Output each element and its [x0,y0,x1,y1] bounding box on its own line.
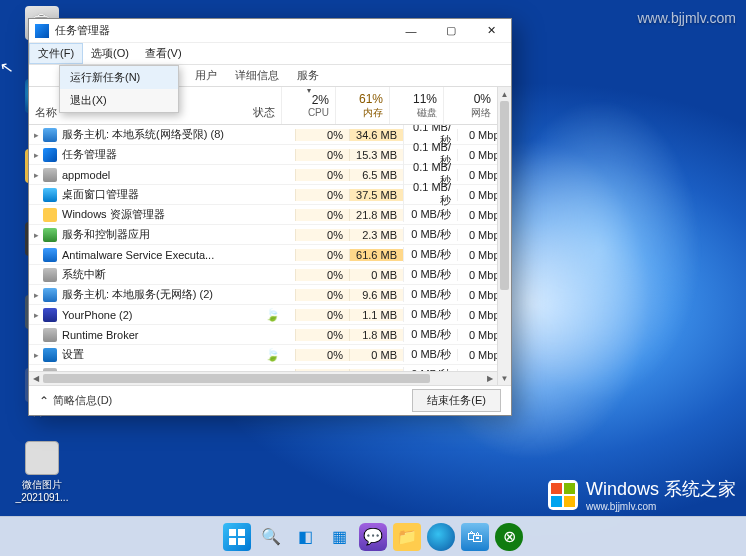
menu-options[interactable]: 选项(O) [83,43,137,64]
expand-toggle[interactable]: ▸ [29,170,43,180]
process-icon [43,328,57,342]
task-view-button[interactable]: ◧ [291,523,319,551]
scroll-up-arrow[interactable]: ▲ [498,87,511,101]
process-icon [43,168,57,182]
cpu-cell: 0% [295,209,349,221]
menubar: 文件(F) 选项(O) 查看(V) [29,43,511,65]
tab-services[interactable]: 服务 [291,65,325,86]
process-row[interactable]: Windows 资源管理器0%21.8 MB0 MB/秒0 Mbps [29,205,511,225]
menu-exit[interactable]: 退出(X) [60,89,178,112]
start-button[interactable] [223,523,251,551]
edge-button[interactable] [427,523,455,551]
expand-toggle[interactable]: ▸ [29,310,43,320]
memory-cell: 34.6 MB [349,129,403,141]
col-memory[interactable]: 61% 内存 [335,87,389,124]
screenshot-file-icon[interactable]: 微信图片_2021091... [12,441,72,503]
process-name: Windows 资源管理器 [43,207,249,222]
disk-cell: 0 MB/秒 [403,267,457,282]
menu-file[interactable]: 文件(F) [29,43,83,64]
expand-toggle[interactable]: ▸ [29,130,43,140]
menu-view[interactable]: 查看(V) [137,43,190,64]
cpu-cell: 0% [295,129,349,141]
task-manager-window: 任务管理器 — ▢ ✕ 文件(F) 选项(O) 查看(V) 启动 用户 详细信息… [28,18,512,416]
titlebar[interactable]: 任务管理器 — ▢ ✕ [29,19,511,43]
disk-cell: 0 MB/秒 [403,247,457,262]
mem-label: 内存 [363,106,383,120]
store-button[interactable]: 🛍 [461,523,489,551]
cpu-cell: 0% [295,149,349,161]
maximize-button[interactable]: ▢ [431,19,471,43]
col-status[interactable]: 状态 [235,87,281,124]
memory-cell: 1.8 MB [349,329,403,341]
menu-run-new-task[interactable]: 运行新任务(N) [60,66,178,89]
memory-cell: 6.5 MB [349,169,403,181]
scroll-down-arrow[interactable]: ▼ [498,371,511,385]
cpu-cell: 0% [295,289,349,301]
minimize-button[interactable]: — [391,19,431,43]
explorer-button[interactable]: 📁 [393,523,421,551]
col-cpu[interactable]: 2% CPU [281,87,335,124]
memory-cell: 1.1 MB [349,309,403,321]
svg-rect-0 [229,529,236,536]
process-row[interactable]: ▸设置🍃0%0 MB0 MB/秒0 Mbps [29,345,511,365]
process-name: 桌面窗口管理器 [43,187,249,202]
process-name: Antimalware Service Executa... [43,248,249,262]
net-percent: 0% [474,92,491,106]
col-disk[interactable]: 11% 磁盘 [389,87,443,124]
search-button[interactable]: 🔍 [257,523,285,551]
process-row[interactable]: 系统中断0%0 MB0 MB/秒0 Mbps [29,265,511,285]
scroll-left-arrow[interactable]: ◀ [29,372,43,385]
disk-cell: 0 MB/秒 [403,287,457,302]
vertical-scrollbar[interactable]: ▲ ▼ [497,87,511,385]
disk-cell: 0 MB/秒 [403,327,457,342]
taskbar: 🔍 ◧ ▦ 💬 📁 🛍 ⊗ [0,516,746,556]
memory-cell: 15.3 MB [349,149,403,161]
process-icon [43,308,57,322]
cpu-cell: 0% [295,229,349,241]
expand-toggle[interactable]: ▸ [29,150,43,160]
svg-rect-2 [229,538,236,545]
expand-toggle[interactable]: ▸ [29,350,43,360]
app-icon [35,24,49,38]
cpu-cell: 0% [295,309,349,321]
tab-users[interactable]: 用户 [189,65,223,86]
process-name: 服务主机: 本地系统(网络受限) (8) [43,127,249,142]
tab-details[interactable]: 详细信息 [229,65,285,86]
process-name: 任务管理器 [43,147,249,162]
disk-cell: 0 MB/秒 [403,347,457,362]
process-row[interactable]: ▸服务主机: 本地服务(无网络) (2)0%9.6 MB0 MB/秒0 Mbps [29,285,511,305]
v-scroll-thumb[interactable] [500,101,509,290]
process-row[interactable]: Antimalware Service Executa...0%61.6 MB0… [29,245,511,265]
widgets-button[interactable]: ▦ [325,523,353,551]
scroll-right-arrow[interactable]: ▶ [483,372,497,385]
cpu-cell: 0% [295,249,349,261]
expand-toggle[interactable]: ▸ [29,290,43,300]
process-row[interactable]: 桌面窗口管理器0%37.5 MB0.1 MB/秒0 Mbps [29,185,511,205]
process-row[interactable]: ▸服务和控制器应用0%2.3 MB0 MB/秒0 Mbps [29,225,511,245]
memory-cell: 61.6 MB [349,249,403,261]
process-icon [43,288,57,302]
close-button[interactable]: ✕ [471,19,511,43]
cpu-cell: 0% [295,349,349,361]
process-row[interactable]: Runtime Broker0%1.8 MB0 MB/秒0 Mbps [29,325,511,345]
expand-toggle[interactable]: ▸ [29,230,43,240]
cpu-cell: 0% [295,329,349,341]
xbox-button[interactable]: ⊗ [495,523,523,551]
cpu-cell: 0% [295,169,349,181]
cpu-cell: 0% [295,269,349,281]
process-status: 🍃 [249,308,295,322]
chat-button[interactable]: 💬 [359,523,387,551]
process-name: 系统中断 [43,267,249,282]
brief-view-toggle[interactable]: 简略信息(D) [39,393,112,408]
svg-rect-3 [238,538,245,545]
disk-cell: 0 MB/秒 [403,207,457,222]
process-name: 服务和控制器应用 [43,227,249,242]
horizontal-scrollbar[interactable]: ◀ ▶ [29,371,497,385]
col-network[interactable]: 0% 网络 [443,87,497,124]
process-name: appmodel [43,168,249,182]
memory-cell: 9.6 MB [349,289,403,301]
end-task-button[interactable]: 结束任务(E) [412,389,501,412]
process-row[interactable]: ▸YourPhone (2)🍃0%1.1 MB0 MB/秒0 Mbps [29,305,511,325]
h-scroll-thumb[interactable] [43,374,430,383]
process-icon [43,248,57,262]
